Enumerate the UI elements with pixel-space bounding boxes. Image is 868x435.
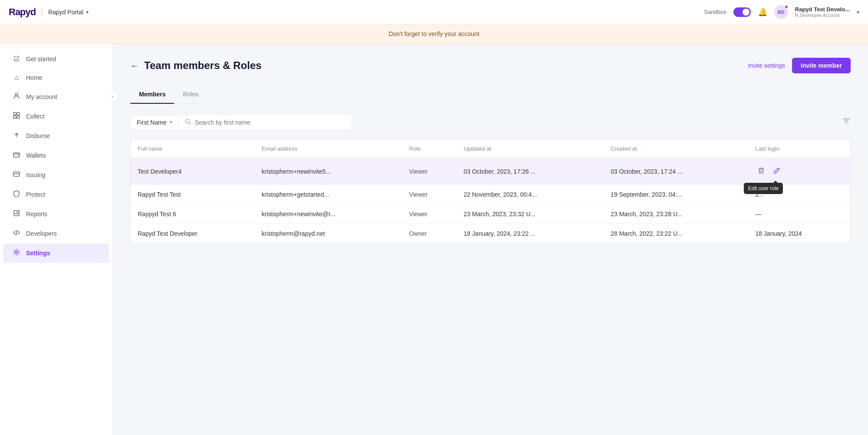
sidebar-item-home[interactable]: ⌂ Home bbox=[3, 69, 109, 87]
page-header: ← Team members & Roles Invite settings I… bbox=[130, 58, 851, 73]
search-left: First Name ▾ bbox=[130, 114, 352, 130]
app-container: Rapyd | Rapyd Portal ▾ Sandbox 🔔 RD Rapy… bbox=[0, 0, 868, 435]
svg-rect-2 bbox=[17, 112, 20, 115]
sidebar-item-protect[interactable]: Protect bbox=[3, 185, 109, 204]
col-full-name: Full name bbox=[131, 139, 255, 158]
wallets-icon bbox=[12, 151, 21, 160]
cell-created-at: 19 September, 2023, 04:... bbox=[604, 185, 748, 204]
cell-email: kristopherm+getstarted... bbox=[255, 185, 402, 204]
cell-last-login: Edit user role bbox=[748, 158, 850, 185]
sidebar-item-my-account[interactable]: My account bbox=[3, 87, 109, 106]
portal-label: Rapyd Portal bbox=[48, 9, 83, 16]
filter-chevron-icon: ▾ bbox=[170, 119, 172, 125]
avatar-initials: RD bbox=[778, 10, 785, 15]
cell-updated-at: 18 January, 2024, 23:22 ... bbox=[457, 224, 604, 244]
portal-selector[interactable]: Rapyd Portal ▾ bbox=[48, 9, 89, 16]
header-actions: Invite settings Invite member bbox=[748, 58, 851, 73]
sidebar-item-settings[interactable]: Settings bbox=[3, 244, 109, 263]
search-row: First Name ▾ bbox=[130, 114, 851, 130]
table-row: Raypyd Test 6 kristopherm+newinvite@r...… bbox=[131, 204, 850, 224]
sidebar-item-disburse[interactable]: Disburse bbox=[3, 126, 109, 145]
user-role: R.Developer Account bbox=[795, 13, 850, 18]
sidebar-item-label: Settings bbox=[26, 250, 50, 257]
svg-point-6 bbox=[18, 155, 19, 156]
cell-created-at: 28 March, 2022, 23:22 U... bbox=[604, 224, 748, 244]
edit-role-tooltip: Edit user role bbox=[744, 183, 783, 194]
sidebar-item-label: Wallets bbox=[26, 152, 46, 159]
portal-chevron-icon: ▾ bbox=[86, 9, 89, 15]
tab-members[interactable]: Members bbox=[130, 86, 174, 104]
cell-updated-at: 22 November, 2023, 00:4... bbox=[457, 185, 604, 204]
sidebar-item-label: Protect bbox=[26, 191, 45, 198]
cell-last-login: — bbox=[748, 204, 850, 224]
page-title: Team members & Roles bbox=[144, 59, 261, 72]
svg-rect-7 bbox=[13, 172, 20, 176]
chevron-left-icon: ‹ bbox=[112, 94, 114, 99]
svg-rect-4 bbox=[17, 116, 20, 119]
disburse-icon bbox=[12, 132, 21, 140]
user-info: Rapyd Test Develo... R.Developer Account bbox=[795, 6, 850, 18]
top-left: Rapyd | Rapyd Portal ▾ bbox=[9, 7, 89, 18]
cell-last-login: 18 January, 2024 bbox=[748, 224, 850, 244]
cell-role: Viewer bbox=[402, 158, 457, 185]
sidebar-item-label: Get started bbox=[26, 56, 56, 63]
invite-member-button[interactable]: Invite member bbox=[792, 58, 851, 73]
sidebar-item-label: My account bbox=[26, 93, 57, 100]
sidebar-item-label: Issuing bbox=[26, 171, 45, 178]
sidebar-collapse-button[interactable]: ‹ bbox=[108, 91, 118, 102]
sidebar-nav: ☑ Get started ⌂ Home My account bbox=[0, 44, 112, 435]
row-actions: Edit user role bbox=[755, 165, 843, 178]
collect-icon bbox=[12, 112, 21, 121]
page-content: ← Team members & Roles Invite settings I… bbox=[113, 44, 868, 435]
edit-role-container: Edit user role bbox=[771, 165, 783, 178]
logo: Rapyd bbox=[9, 7, 36, 18]
col-created-at[interactable]: Created at ↓ bbox=[604, 139, 748, 158]
sidebar-item-issuing[interactable]: Issuing bbox=[3, 165, 109, 185]
cell-full-name: Rapyd Test Developer bbox=[131, 224, 255, 244]
cell-email: kristopherm+newinvite@r... bbox=[255, 204, 402, 224]
avatar-notification-dot bbox=[785, 5, 788, 9]
person-icon bbox=[12, 92, 21, 101]
reports-icon bbox=[12, 210, 21, 218]
banner-text: Don't forget to verify your account bbox=[389, 30, 479, 37]
delete-button[interactable] bbox=[755, 165, 767, 178]
table-header-row: Full name Email address Role Updated at … bbox=[131, 139, 850, 158]
table-row: Rapyd Test Test kristopherm+getstarted..… bbox=[131, 185, 850, 204]
sidebar-item-collect[interactable]: Collect bbox=[3, 107, 109, 126]
edit-role-button[interactable] bbox=[771, 165, 783, 178]
sidebar-item-wallets[interactable]: Wallets bbox=[3, 146, 109, 165]
tab-roles[interactable]: Roles bbox=[174, 86, 207, 104]
col-last-login: Last login bbox=[748, 139, 850, 158]
table-body: Test Developer4 kristopherm+newinvite5..… bbox=[131, 158, 850, 244]
search-icon bbox=[185, 119, 191, 126]
svg-rect-3 bbox=[13, 116, 16, 119]
sidebar-item-reports[interactable]: Reports bbox=[3, 204, 109, 224]
cell-full-name: Test Developer4 bbox=[131, 158, 255, 185]
invite-settings-button[interactable]: Invite settings bbox=[748, 62, 785, 69]
sidebar-item-developers[interactable]: Developers bbox=[3, 224, 109, 243]
verification-banner: Don't forget to verify your account bbox=[0, 24, 868, 44]
check-square-icon: ☑ bbox=[12, 55, 21, 63]
search-input[interactable] bbox=[195, 119, 346, 126]
tab-members-label: Members bbox=[139, 91, 165, 98]
sandbox-label: Sandbox bbox=[704, 9, 726, 15]
developers-icon bbox=[12, 229, 21, 238]
svg-rect-1 bbox=[13, 112, 16, 115]
user-chevron-icon[interactable]: ▾ bbox=[857, 9, 859, 15]
top-bar: Rapyd | Rapyd Portal ▾ Sandbox 🔔 RD Rapy… bbox=[0, 0, 868, 24]
table-container: Full name Email address Role Updated at … bbox=[130, 139, 851, 244]
sidebar-item-get-started[interactable]: ☑ Get started bbox=[3, 49, 109, 68]
sort-icon: ↓ bbox=[640, 146, 643, 152]
back-button[interactable]: ← bbox=[130, 61, 139, 71]
bell-icon[interactable]: 🔔 bbox=[758, 7, 767, 17]
sandbox-toggle[interactable] bbox=[733, 7, 751, 17]
members-table: Full name Email address Role Updated at … bbox=[131, 139, 850, 243]
svg-point-9 bbox=[16, 251, 18, 254]
sidebar-item-label: Collect bbox=[26, 113, 45, 120]
protect-icon bbox=[12, 190, 21, 199]
filter-button[interactable] bbox=[842, 117, 851, 128]
cell-full-name: Rapyd Test Test bbox=[131, 185, 255, 204]
page-title-group: ← Team members & Roles bbox=[130, 59, 261, 72]
issuing-icon bbox=[12, 171, 21, 179]
filter-dropdown[interactable]: First Name ▾ bbox=[130, 115, 178, 130]
